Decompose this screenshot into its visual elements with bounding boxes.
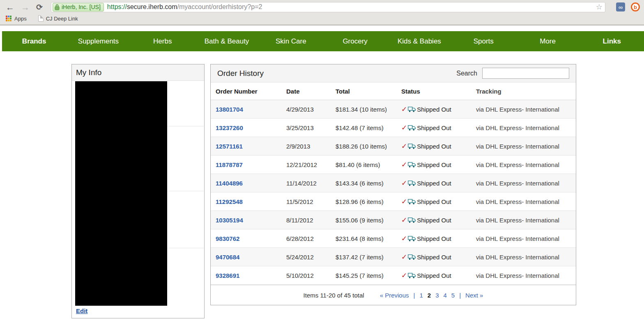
search-input[interactable] bbox=[482, 68, 569, 79]
order-tracking: via DHL Express- International bbox=[471, 106, 576, 113]
check-icon: ✓ bbox=[401, 271, 407, 280]
address-bar[interactable]: iHerb, Inc. [US] https://secure.iherb.co… bbox=[51, 2, 605, 12]
order-date: 8/11/2012 bbox=[281, 217, 331, 224]
cj-deep-link-bookmark[interactable]: CJ Deep Link bbox=[46, 16, 78, 22]
table-row: 11292548 11/5/2012 $128.96 (6 items) ✓ S… bbox=[211, 192, 576, 211]
bitly-extension-icon[interactable]: b bbox=[631, 2, 640, 11]
order-number-link[interactable]: 11878787 bbox=[216, 161, 243, 168]
nav-item[interactable]: Links bbox=[580, 37, 644, 46]
previous-page-link[interactable]: « Previous bbox=[380, 292, 409, 299]
status-text: Shipped Out bbox=[417, 272, 451, 279]
order-number-link[interactable]: 9470684 bbox=[216, 254, 239, 261]
my-info-body: Edit bbox=[72, 81, 204, 318]
check-icon: ✓ bbox=[401, 253, 407, 261]
back-icon[interactable]: ← bbox=[6, 3, 14, 11]
order-number-link[interactable]: 10305194 bbox=[216, 217, 243, 224]
status-text: Shipped Out bbox=[417, 217, 451, 224]
order-tracking: via DHL Express- International bbox=[471, 124, 576, 131]
extension-icon[interactable]: ∞ bbox=[616, 2, 625, 11]
forward-icon[interactable]: → bbox=[21, 3, 30, 11]
order-tracking: via DHL Express- International bbox=[471, 272, 576, 279]
order-status: ✓ Shipped Out bbox=[396, 234, 471, 243]
order-number-link[interactable]: 13237260 bbox=[216, 124, 243, 131]
url-scheme: https:// bbox=[107, 3, 127, 10]
truck-icon bbox=[408, 217, 416, 223]
order-tracking: via DHL Express- International bbox=[471, 143, 576, 150]
order-total: $155.06 (9 items) bbox=[331, 217, 396, 224]
page-link-3[interactable]: 3 bbox=[435, 292, 439, 299]
order-date: 11/14/2012 bbox=[281, 180, 331, 187]
nav-item[interactable]: Supplements bbox=[66, 37, 130, 46]
truck-icon bbox=[408, 272, 416, 279]
nav-item[interactable]: Herbs bbox=[131, 37, 195, 46]
col-header-order-number: Order Number bbox=[211, 88, 281, 95]
order-tracking: via DHL Express- International bbox=[471, 198, 576, 205]
status-text: Shipped Out bbox=[417, 143, 451, 150]
order-number-link[interactable]: 12571161 bbox=[216, 143, 243, 150]
padlock-icon bbox=[55, 4, 60, 10]
order-number-link[interactable]: 9830762 bbox=[216, 235, 239, 242]
order-total: $231.64 (8 items) bbox=[331, 235, 396, 242]
truck-icon bbox=[408, 180, 416, 186]
next-page-link[interactable]: Next » bbox=[465, 292, 483, 299]
items-count-text: Items 11-20 of 45 total bbox=[304, 292, 364, 299]
page-link-4[interactable]: 4 bbox=[444, 292, 447, 299]
order-status: ✓ Shipped Out bbox=[396, 179, 471, 188]
nav-item[interactable]: More bbox=[515, 37, 580, 46]
apps-bookmark[interactable]: Apps bbox=[14, 16, 27, 22]
page-link-2: 2 bbox=[428, 292, 431, 299]
order-total: $188.26 (10 items) bbox=[331, 143, 396, 150]
table-row: 13237260 3/25/2013 $142.48 (7 items) ✓ S… bbox=[211, 119, 576, 137]
separator: | bbox=[414, 292, 415, 299]
bookmark-star-icon[interactable]: ☆ bbox=[596, 2, 603, 11]
truck-icon bbox=[408, 199, 416, 205]
main-nav: BrandsSupplementsHerbsBath & BeautySkin … bbox=[2, 31, 644, 51]
table-row: 13801704 4/29/2013 $181.34 (10 items) ✓ … bbox=[211, 100, 576, 119]
nav-item[interactable]: Brands bbox=[2, 37, 66, 46]
order-total: $142.48 (7 items) bbox=[331, 124, 396, 131]
status-text: Shipped Out bbox=[417, 124, 451, 131]
table-row: 9830762 6/28/2012 $231.64 (8 items) ✓ Sh… bbox=[211, 229, 576, 248]
order-number-link[interactable]: 11292548 bbox=[216, 198, 243, 205]
url-domain: secure.iherb.com bbox=[127, 3, 177, 10]
order-total: $143.34 (6 items) bbox=[331, 180, 396, 187]
page-link-5[interactable]: 5 bbox=[451, 292, 455, 299]
nav-item[interactable]: Kids & Babies bbox=[387, 37, 451, 46]
table-row: 11878787 12/21/2012 $81.40 (6 items) ✓ S… bbox=[211, 156, 576, 174]
order-date: 4/29/2013 bbox=[281, 106, 331, 113]
browser-chrome: ← → ⟳ iHerb, Inc. [US] https://secure.ih… bbox=[0, 0, 644, 25]
check-icon: ✓ bbox=[401, 197, 407, 206]
divider bbox=[168, 248, 204, 248]
order-number-link[interactable]: 9328691 bbox=[216, 272, 239, 279]
order-status: ✓ Shipped Out bbox=[396, 216, 471, 224]
page-link-1[interactable]: 1 bbox=[419, 292, 423, 299]
nav-item[interactable]: Grocery bbox=[323, 37, 387, 46]
order-date: 3/25/2013 bbox=[281, 124, 331, 131]
edit-link[interactable]: Edit bbox=[76, 307, 87, 314]
status-text: Shipped Out bbox=[417, 235, 451, 242]
redacted-personal-info bbox=[75, 81, 167, 306]
apps-grid-icon[interactable] bbox=[6, 16, 12, 21]
truck-icon bbox=[408, 106, 416, 112]
order-status: ✓ Shipped Out bbox=[396, 271, 471, 280]
order-date: 2/9/2013 bbox=[281, 143, 331, 150]
check-icon: ✓ bbox=[401, 216, 407, 224]
order-number-link[interactable]: 11404896 bbox=[216, 180, 243, 187]
table-header-row: Order Number Date Total Status Tracking bbox=[211, 82, 576, 100]
ev-certificate-badge[interactable]: iHerb, Inc. [US] bbox=[53, 3, 104, 11]
status-text: Shipped Out bbox=[417, 180, 451, 187]
reload-icon[interactable]: ⟳ bbox=[36, 3, 43, 11]
order-number-link[interactable]: 13801704 bbox=[216, 106, 243, 113]
status-text: Shipped Out bbox=[417, 198, 451, 205]
nav-item[interactable]: Skin Care bbox=[259, 37, 323, 46]
nav-item[interactable]: Bath & Beauty bbox=[195, 37, 259, 46]
order-date: 6/28/2012 bbox=[281, 235, 331, 242]
divider bbox=[168, 191, 204, 191]
table-row: 9328691 5/10/2012 $145.25 (7 items) ✓ Sh… bbox=[211, 266, 576, 285]
url-text: https://secure.iherb.com/myaccount/order… bbox=[107, 3, 596, 11]
check-icon: ✓ bbox=[401, 179, 407, 188]
my-info-panel: My Info Edit bbox=[71, 64, 205, 318]
nav-item[interactable]: Sports bbox=[451, 37, 515, 46]
check-icon: ✓ bbox=[401, 124, 407, 132]
status-text: Shipped Out bbox=[417, 254, 451, 261]
